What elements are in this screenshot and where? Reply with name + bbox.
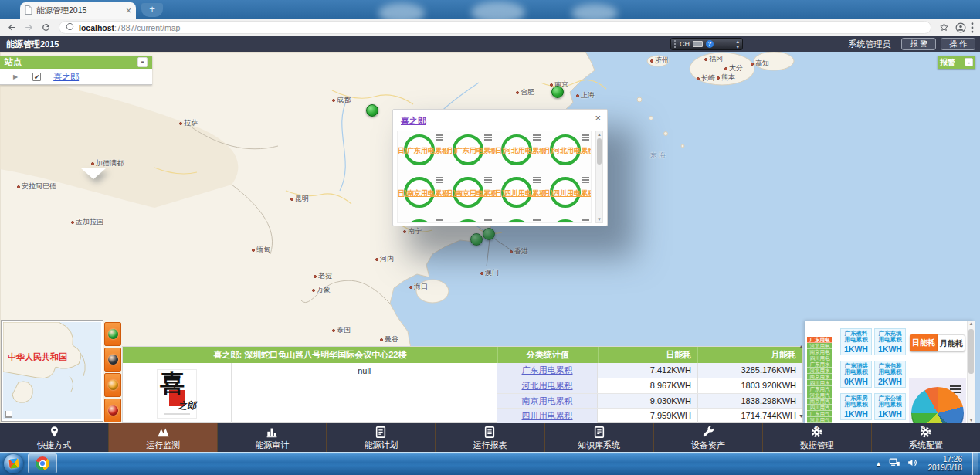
kwh-card[interactable]: 广东煮料用电累积1KWH [840,328,872,355]
list-scroll-down-icon[interactable]: ▼ [799,413,804,419]
kwh-card[interactable]: 广东消烘用电累积0KWH [840,361,872,388]
site-checkbox[interactable]: ✔ [32,73,41,81]
category-cell[interactable]: 南京用电累积 [497,394,598,409]
site-link[interactable]: 喜之郎 [53,71,79,83]
category-item[interactable]: 四川用电 [807,355,832,361]
minimap-resize-handle[interactable] [5,411,12,418]
category-item[interactable]: 四川用水 [807,380,832,386]
category-item[interactable]: 河北用气 [807,417,832,423]
keyboard-icon[interactable] [693,41,703,47]
category-link[interactable]: 广东用电累积 [522,365,573,375]
back-icon[interactable] [7,22,17,32]
action-button[interactable]: 操 作 [941,38,975,50]
kwh-card[interactable]: 广东公辅用电累积1KWH [874,393,906,420]
gauge[interactable]: (日)四川用电累积 [495,174,544,216]
gauge-label-link[interactable]: (日)河北用电累积 [493,146,546,156]
network-icon[interactable] [889,456,900,470]
scroll-down-icon[interactable]: ▼ [596,217,602,222]
ime-language-bar[interactable]: CH ? ▴▾ [670,38,743,50]
category-item[interactable]: 四川用汽 [807,405,832,411]
show-desktop-button[interactable] [972,452,978,475]
refresh-icon[interactable] [41,22,51,32]
chart-menu-icon[interactable] [582,177,589,184]
gauge-label-link[interactable]: (日)南京用电累积 [397,188,449,198]
site-marker[interactable] [551,86,564,98]
nav-item-能源计划[interactable]: 能源计划 [326,423,435,452]
category-item[interactable]: 南京用水 [807,374,832,380]
category-item[interactable]: 河北用水 [807,368,832,374]
speaker-icon[interactable] [907,456,918,470]
new-tab-button[interactable]: + [141,3,163,17]
popup-title-link[interactable]: 喜之郎 [401,115,426,127]
list-scroll-up-icon[interactable]: ▲ [799,344,804,349]
category-item[interactable]: 南京用汽 [807,399,832,405]
tab-daily-energy[interactable]: 日能耗 [910,334,938,351]
kwh-card[interactable]: 广东库房用电累积1KWH [840,393,872,420]
gauge-label-link[interactable]: (月)南京用电累积 [444,188,497,198]
tab-monthly-energy[interactable]: 月能耗 [938,334,965,351]
category-cell[interactable]: 河北用电累积 [497,378,598,393]
ime-language-label[interactable]: CH [680,40,690,48]
site-marker[interactable] [483,228,495,240]
gauge[interactable] [495,216,544,223]
gauge[interactable]: (月)河北用电累积 [544,131,592,174]
info-icon[interactable] [66,22,74,32]
gauge[interactable]: (日)广东用电累积 [398,131,446,174]
gauge[interactable] [446,216,495,223]
category-item[interactable]: 广东用电 [807,337,832,343]
nav-item-快捷方式[interactable]: 快捷方式 [0,423,108,452]
scroll-up-icon[interactable]: ▲ [968,321,975,326]
ime-help-icon[interactable]: ? [706,40,714,48]
chart-menu-icon[interactable] [582,219,589,223]
scroll-down-icon[interactable]: ▼ [968,418,975,422]
menu-dots-icon[interactable] [971,22,974,33]
ime-grip-icon[interactable] [674,40,677,48]
chart-menu-icon[interactable] [533,219,541,223]
scrollbar-thumb[interactable] [968,329,974,374]
gauge[interactable]: (月)南京用电累积 [446,174,495,216]
category-item[interactable]: 广东用水 [807,361,832,368]
overview-minimap[interactable]: 中华人民共和国 [2,321,103,421]
scroll-down-indicator[interactable]: ▼ [919,424,925,431]
panel-scrollbar[interactable]: ▲ ▼ [967,321,975,423]
site-marker[interactable] [366,104,378,117]
category-item[interactable]: 广东用汽 [807,386,832,392]
nav-item-运行监测[interactable]: 运行监测 [108,423,217,452]
taskbar-clock[interactable]: 17:26 2019/3/18 [928,455,963,473]
status-indicator-button[interactable] [104,399,121,422]
gauge-label-link[interactable]: (月)河北用电累积 [541,146,592,156]
kwh-card[interactable]: 广东充填用电累积1KWH [874,328,906,355]
nav-item-知识库系统[interactable]: 知识库系统 [544,423,653,452]
gauge-label-link[interactable]: (日)四川用电累积 [493,188,546,198]
gauge[interactable]: (日)南京用电累积 [398,174,446,216]
popup-close-icon[interactable]: × [595,112,601,124]
status-indicator-button[interactable] [104,322,121,346]
chart-menu-icon[interactable] [533,134,541,141]
chart-menu-icon[interactable] [436,219,443,223]
avatar-icon[interactable] [955,22,966,33]
popup-scrollbar[interactable]: ▲ ▼ [595,131,603,223]
gauge-label-link[interactable]: (月)广东用电累积 [444,146,497,156]
category-item[interactable]: 南京用电 [807,349,832,355]
site-marker[interactable] [470,233,483,246]
category-cell[interactable]: 四川用电累积 [497,409,598,423]
alarm-button[interactable]: 报 警 [901,38,936,50]
chart-menu-icon[interactable] [582,134,589,141]
gauge[interactable]: (日)河北用电累积 [495,131,544,174]
chart-menu-icon[interactable] [484,134,492,141]
status-indicator-button[interactable] [104,373,121,397]
scroll-down-indicator[interactable]: ▼ [813,424,819,431]
category-item[interactable]: 河北用电 [807,343,832,349]
ime-options-icon[interactable]: ▴▾ [736,39,739,49]
sites-collapse-button[interactable]: - [137,57,148,67]
kwh-card[interactable]: 广东包装用电累积2KWH [874,361,906,388]
chrome-taskbar-button[interactable] [28,453,57,473]
nav-item-设备资产[interactable]: 设备资产 [653,423,762,452]
scrollbar-thumb[interactable] [597,138,602,165]
browser-tab[interactable]: 能源管理2015 × [20,2,136,19]
category-link[interactable]: 南京用电累积 [522,396,573,405]
map-viewport[interactable]: 成都拉萨加德满都安拉阿巴德孟加拉国昆明南宁河内缅甸老挝万象泰国曼谷海口香港澳门合… [0,52,980,452]
status-indicator-button[interactable] [104,348,121,372]
gauge[interactable]: (月)广东用电累积 [446,131,495,174]
alarm-collapse-button[interactable]: - [965,58,973,66]
